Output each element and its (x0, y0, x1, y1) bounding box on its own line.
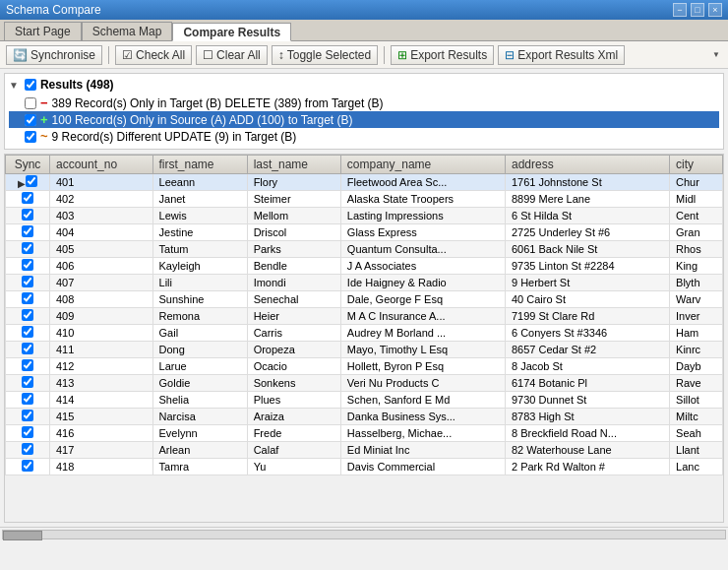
results-header-checkbox[interactable] (25, 79, 36, 91)
result-row-update: ~ 9 Record(s) Different UPDATE (9) in Ta… (9, 128, 719, 145)
maximize-button[interactable]: □ (691, 3, 704, 17)
cell-last-name: Mellom (247, 208, 340, 224)
cell-city: Blyth (670, 275, 723, 291)
row-sync-checkbox[interactable] (22, 359, 33, 371)
cell-address: 8783 High St (505, 409, 669, 425)
cell-account-no: 416 (50, 425, 153, 442)
table-row[interactable]: 415NarcisaAraizaDanka Business Sys...878… (6, 409, 723, 425)
result-row-delete-checkbox[interactable] (25, 97, 36, 109)
table-row[interactable]: 409RemonaHeierM A C Insurance A...7199 S… (6, 308, 723, 325)
expand-icon[interactable]: ▼ (9, 80, 19, 91)
row-sync-checkbox[interactable] (22, 343, 33, 354)
row-sync-checkbox[interactable] (22, 192, 33, 204)
row-sync-checkbox[interactable] (22, 426, 33, 438)
cell-company-name: Hollett, Byron P Esq (340, 358, 505, 375)
col-header-company-name[interactable]: company_name (340, 156, 505, 174)
result-row-add-checkbox[interactable] (25, 114, 36, 126)
table-row[interactable]: 417ArleanCalafEd Miniat Inc82 Waterhouse… (6, 442, 723, 459)
table-scroll[interactable]: Sync account_no first_name last_name com… (5, 155, 723, 522)
table-row[interactable]: 413GoldieSonkensVeri Nu Products C6174 B… (6, 375, 723, 392)
cell-company-name: Schen, Sanford E Md (340, 392, 505, 409)
table-row[interactable]: 412LarueOcacioHollett, Byron P Esq8 Jaco… (6, 358, 723, 375)
cell-company-name: Danka Business Sys... (340, 409, 505, 425)
col-header-city[interactable]: city (670, 156, 723, 174)
plus-icon: + (40, 112, 48, 127)
cell-account-no: 418 (50, 459, 153, 475)
cell-account-no: 414 (50, 392, 153, 409)
row-sync-checkbox[interactable] (22, 393, 33, 405)
row-sync-checkbox[interactable] (22, 410, 33, 421)
table-row[interactable]: 405TatumParksQuantum Consulta...6061 Bac… (6, 241, 723, 258)
row-sync-checkbox[interactable] (22, 326, 33, 338)
cell-city: Inver (670, 308, 723, 325)
row-sync-checkbox[interactable] (22, 242, 33, 254)
col-header-account-no[interactable]: account_no (50, 156, 153, 174)
export-results-xml-button[interactable]: ⊟ Export Results Xml (498, 45, 625, 65)
tab-compare-results[interactable]: Compare Results (172, 23, 291, 41)
table-body: ▶401LeeannFloryFleetwood Area Sc...1761 … (6, 174, 723, 475)
minimize-button[interactable]: − (673, 3, 687, 17)
row-sync-checkbox[interactable] (26, 175, 37, 187)
col-header-address[interactable]: address (505, 156, 669, 174)
clear-all-icon: ☐ (203, 48, 213, 62)
table-row[interactable]: 406KayleighBendleJ A Associates9735 Lint… (6, 258, 723, 275)
col-header-last-name[interactable]: last_name (247, 156, 340, 174)
export-results-button[interactable]: ⊞ Export Results (391, 45, 494, 65)
data-table: Sync account_no first_name last_name com… (5, 155, 723, 475)
result-row-update-checkbox[interactable] (25, 131, 36, 143)
row-sync-checkbox[interactable] (22, 292, 33, 304)
row-indicator (6, 442, 50, 459)
cell-first-name: Remona (152, 308, 247, 325)
cell-address: 82 Waterhouse Lane (505, 442, 669, 459)
cell-last-name: Heier (247, 308, 340, 325)
cell-address: 1761 Johnstone St (505, 174, 669, 191)
col-header-first-name[interactable]: first_name (152, 156, 247, 174)
row-indicator (6, 224, 50, 241)
table-row[interactable]: 404JestineDriscolGlass Express2725 Under… (6, 224, 723, 241)
table-row[interactable]: 410GailCarrisAudrey M Borland ...6 Conye… (6, 325, 723, 342)
row-sync-checkbox[interactable] (22, 259, 33, 271)
row-sync-checkbox[interactable] (22, 376, 33, 388)
table-row[interactable]: 408SunshineSenechalDale, George F Esq40 … (6, 291, 723, 308)
synchronise-button[interactable]: 🔄 Synchronise (6, 45, 102, 65)
tab-start-page[interactable]: Start Page (4, 22, 82, 40)
row-sync-checkbox[interactable] (22, 460, 33, 472)
tab-schema-map[interactable]: Schema Map (82, 22, 173, 40)
tab-bar: Start Page Schema Map Compare Results (0, 20, 728, 41)
cell-city: Gran (670, 224, 723, 241)
close-button[interactable]: × (708, 3, 722, 17)
cell-last-name: Steimer (247, 191, 340, 208)
toolbar-separator-2 (384, 46, 385, 64)
clear-all-button[interactable]: ☐ Clear All (196, 45, 268, 65)
table-row[interactable]: 407LiliImondiIde Haigney & Radio9 Herber… (6, 275, 723, 291)
cell-first-name: Gail (152, 325, 247, 342)
row-sync-checkbox[interactable] (22, 209, 33, 221)
table-row[interactable]: 411DongOropezaMayo, Timothy L Esq8657 Ce… (6, 342, 723, 358)
table-row[interactable]: ▶401LeeannFloryFleetwood Area Sc...1761 … (6, 174, 723, 191)
check-all-button[interactable]: ☑ Check All (115, 45, 192, 65)
row-sync-checkbox[interactable] (22, 276, 33, 287)
table-row[interactable]: 418TamraYuDavis Commercial2 Park Rd Walt… (6, 459, 723, 475)
cell-company-name: Lasting Impressions (340, 208, 505, 224)
toggle-selected-button[interactable]: ↕ Toggle Selected (272, 45, 378, 65)
cell-company-name: Veri Nu Products C (340, 375, 505, 392)
cell-last-name: Driscol (247, 224, 340, 241)
cell-address: 6061 Back Nile St (505, 241, 669, 258)
table-row[interactable]: 403LewisMellomLasting Impressions6 St Hi… (6, 208, 723, 224)
scrollbar-track (2, 530, 726, 539)
row-sync-checkbox[interactable] (22, 443, 33, 455)
cell-city: Midl (670, 191, 723, 208)
toolbar-dropdown-arrow[interactable]: ▼ (712, 50, 722, 59)
horizontal-scrollbar[interactable] (0, 527, 728, 540)
result-row-add[interactable]: + 100 Record(s) Only in Source (A) ADD (… (9, 111, 719, 128)
cell-account-no: 410 (50, 325, 153, 342)
cell-address: 2 Park Rd Walton # (505, 459, 669, 475)
table-row[interactable]: 402JanetSteimerAlaska State Troopers8899… (6, 191, 723, 208)
row-sync-checkbox[interactable] (22, 225, 33, 237)
cell-last-name: Ocacio (247, 358, 340, 375)
toolbar: 🔄 Synchronise ☑ Check All ☐ Clear All ↕ … (0, 41, 728, 69)
row-sync-checkbox[interactable] (22, 309, 33, 321)
table-row[interactable]: 414SheliaPluesSchen, Sanford E Md9730 Du… (6, 392, 723, 409)
cell-address: 9735 Linton St #2284 (505, 258, 669, 275)
table-row[interactable]: 416EvelynnFredeHasselberg, Michae...8 Br… (6, 425, 723, 442)
